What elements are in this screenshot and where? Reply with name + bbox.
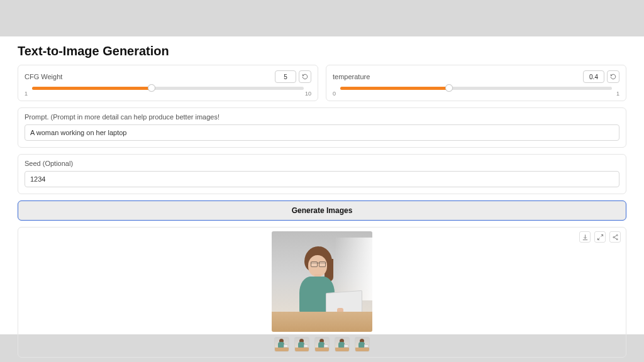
temperature-slider[interactable]: 0 1 bbox=[333, 87, 619, 97]
svg-line-5 bbox=[614, 235, 616, 236]
cfg-weight-slider[interactable]: 1 10 bbox=[25, 87, 311, 97]
cfg-weight-value-input[interactable] bbox=[275, 70, 296, 83]
prompt-label: Prompt. (Prompt in more detail can help … bbox=[25, 113, 619, 121]
generate-images-button[interactable]: Generate Images bbox=[18, 200, 626, 221]
thumbnail-2[interactable] bbox=[294, 337, 309, 352]
svg-point-3 bbox=[613, 236, 614, 238]
download-icon bbox=[582, 234, 589, 241]
thumbnail-5[interactable] bbox=[355, 337, 370, 352]
app-panel: Text-to-Image Generation CFG Weight 1 10 bbox=[0, 36, 644, 334]
svg-line-6 bbox=[614, 237, 616, 238]
prompt-card: Prompt. (Prompt in more detail can help … bbox=[18, 107, 626, 148]
thumbnail-strip bbox=[22, 337, 622, 352]
cfg-weight-reset-button[interactable] bbox=[299, 70, 311, 83]
download-button[interactable] bbox=[579, 231, 591, 243]
svg-line-1 bbox=[597, 238, 599, 239]
seed-label: Seed (Optional) bbox=[25, 160, 619, 167]
expand-icon bbox=[597, 234, 604, 241]
cfg-min-tick: 1 bbox=[25, 90, 28, 97]
seed-input[interactable] bbox=[25, 171, 619, 187]
thumbnail-4[interactable] bbox=[335, 337, 350, 352]
reset-icon bbox=[610, 74, 616, 80]
share-button[interactable] bbox=[609, 231, 621, 243]
temperature-card: temperature 0 1 bbox=[326, 65, 626, 101]
seed-card: Seed (Optional) bbox=[18, 154, 626, 194]
svg-line-0 bbox=[601, 234, 602, 236]
temperature-value-input[interactable] bbox=[583, 70, 604, 83]
generated-image-main[interactable] bbox=[272, 231, 372, 332]
reset-icon bbox=[302, 74, 308, 80]
cfg-weight-card: CFG Weight 1 10 bbox=[18, 65, 318, 101]
output-gallery bbox=[18, 227, 626, 358]
temperature-min-tick: 0 bbox=[333, 90, 336, 97]
share-icon bbox=[612, 234, 619, 241]
page-title: Text-to-Image Generation bbox=[18, 44, 626, 58]
slider-row: CFG Weight 1 10 temperature bbox=[18, 65, 626, 101]
temperature-label: temperature bbox=[333, 73, 370, 80]
cfg-max-tick: 10 bbox=[305, 90, 311, 97]
prompt-input[interactable] bbox=[25, 124, 619, 141]
thumbnail-1[interactable] bbox=[274, 337, 289, 352]
cfg-weight-label: CFG Weight bbox=[25, 73, 62, 80]
svg-point-4 bbox=[616, 238, 618, 239]
thumbnail-3[interactable] bbox=[314, 337, 330, 352]
temperature-max-tick: 1 bbox=[616, 90, 619, 97]
expand-button[interactable] bbox=[594, 231, 606, 243]
svg-point-2 bbox=[616, 234, 618, 236]
temperature-reset-button[interactable] bbox=[607, 70, 619, 83]
